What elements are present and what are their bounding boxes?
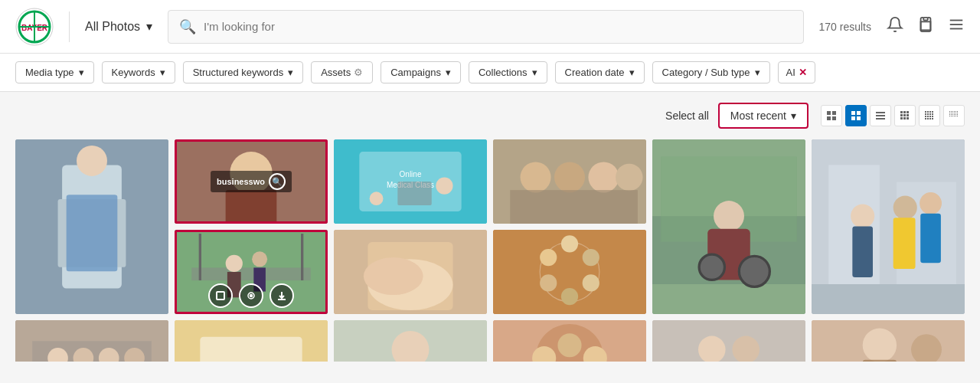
- photo-cell-meeting[interactable]: [15, 320, 168, 362]
- filter-collections[interactable]: Collections ▾: [469, 61, 547, 83]
- svg-rect-5: [923, 18, 928, 21]
- svg-rect-14: [851, 111, 855, 115]
- svg-rect-109: [191, 267, 311, 280]
- photo-cell-people-circle[interactable]: [493, 320, 646, 362]
- svg-rect-32: [929, 111, 931, 113]
- svg-rect-107: [920, 214, 941, 263]
- svg-rect-65: [951, 116, 952, 116]
- svg-rect-48: [952, 111, 953, 112]
- svg-rect-105: [893, 218, 916, 269]
- svg-rect-6: [921, 21, 931, 30]
- svg-rect-39: [927, 116, 929, 117]
- photo-cell-city-walking[interactable]: [812, 139, 965, 314]
- search-circle: 🔍: [269, 173, 286, 190]
- select-all-label[interactable]: Select all: [665, 110, 709, 122]
- svg-rect-103: [852, 226, 873, 277]
- svg-rect-29: [906, 117, 909, 119]
- svg-rect-55: [954, 113, 955, 113]
- filter-assets[interactable]: Assets ⚙: [311, 61, 373, 83]
- search-input[interactable]: [204, 20, 792, 33]
- chevron-down-icon: ▾: [288, 67, 293, 78]
- svg-rect-138: [200, 337, 302, 362]
- filter-keywords[interactable]: Keywords ▾: [102, 61, 175, 83]
- svg-point-86: [521, 162, 551, 192]
- svg-rect-15: [857, 111, 861, 115]
- filter-bar: Media type ▾ Keywords ▾ Structured keywo…: [0, 54, 980, 92]
- gear-icon: ⚙: [354, 67, 363, 78]
- svg-point-146: [557, 333, 581, 357]
- svg-rect-52: [949, 113, 950, 113]
- search-bar: 🔍: [168, 10, 803, 44]
- photo-cell-circle-team[interactable]: [493, 230, 646, 314]
- content-toolbar: Select all Most recent ▾: [15, 103, 965, 129]
- filter-creation-date-label: Creation date: [565, 67, 625, 78]
- svg-rect-46: [949, 111, 950, 112]
- sort-dropdown[interactable]: Most recent ▾: [718, 103, 808, 129]
- filter-structured-keywords-label: Structured keywords: [193, 67, 284, 78]
- svg-point-128: [561, 288, 578, 305]
- notifications-button[interactable]: [887, 16, 903, 37]
- svg-rect-18: [876, 112, 885, 113]
- clipboard-button[interactable]: [917, 16, 934, 37]
- svg-rect-19: [876, 115, 885, 116]
- svg-point-104: [893, 195, 917, 219]
- svg-rect-62: [956, 114, 956, 115]
- svg-rect-53: [951, 113, 952, 113]
- photo-cell-businesswoman-selected-top[interactable]: businesswo 🔍: [175, 139, 328, 224]
- action-download-btn[interactable]: [270, 283, 294, 308]
- view-list[interactable]: [870, 105, 891, 126]
- photo-cell-online-medical[interactable]: Online Medical Class: [334, 139, 487, 224]
- menu-button[interactable]: [948, 16, 965, 37]
- chevron-down-icon: ▾: [146, 19, 152, 34]
- action-preview-btn[interactable]: [239, 283, 263, 308]
- view-grid-small-2[interactable]: [919, 105, 940, 126]
- view-grid-small-1[interactable]: [894, 105, 916, 126]
- svg-rect-41: [932, 116, 933, 117]
- view-grid-small-3[interactable]: [943, 105, 965, 126]
- photo-cell-doctor[interactable]: [334, 320, 487, 362]
- action-overlay: [208, 283, 294, 308]
- photo-cell-woman-smiling[interactable]: [812, 320, 965, 362]
- search-label-overlay: businesswo 🔍: [211, 171, 292, 192]
- svg-rect-40: [929, 116, 931, 117]
- all-photos-dropdown[interactable]: All Photos ▾: [85, 19, 152, 34]
- svg-rect-61: [954, 114, 955, 115]
- svg-rect-25: [903, 114, 906, 116]
- photo-cell-family-bridge[interactable]: [175, 230, 328, 314]
- action-select-btn[interactable]: [208, 283, 233, 308]
- photo-cell-businesscard[interactable]: Business Card: [175, 320, 328, 362]
- svg-rect-44: [929, 118, 931, 119]
- svg-rect-38: [925, 116, 926, 117]
- svg-rect-47: [951, 111, 952, 112]
- photo-cell-medical-hands[interactable]: [334, 230, 487, 314]
- filter-assets-label: Assets: [321, 67, 351, 78]
- view-grid-medium[interactable]: [845, 105, 867, 126]
- filter-media-type[interactable]: Media type ▾: [15, 61, 94, 83]
- svg-point-106: [920, 192, 942, 214]
- svg-rect-66: [952, 116, 953, 116]
- svg-rect-54: [952, 113, 953, 113]
- svg-rect-31: [927, 111, 929, 113]
- filter-creation-date[interactable]: Creation date ▾: [555, 61, 645, 83]
- filter-category[interactable]: Category / Sub type ▾: [652, 61, 770, 83]
- svg-rect-59: [951, 114, 952, 115]
- all-photos-label: All Photos: [85, 20, 140, 34]
- photo-cell-casual-office[interactable]: [652, 320, 805, 362]
- filter-ai[interactable]: AI ✕: [778, 61, 815, 83]
- svg-rect-22: [903, 111, 906, 113]
- photo-cell-lab-worker[interactable]: [15, 139, 168, 314]
- chevron-down-icon: ▾: [629, 67, 635, 78]
- photo-cell-sport-wheelchair[interactable]: [652, 139, 805, 314]
- filter-campaigns[interactable]: Campaigns ▾: [381, 61, 461, 83]
- svg-rect-42: [925, 118, 926, 119]
- svg-rect-90: [510, 190, 638, 224]
- svg-rect-74: [67, 195, 118, 271]
- svg-rect-21: [900, 111, 903, 113]
- filter-campaigns-label: Campaigns: [390, 67, 441, 78]
- view-grid-large[interactable]: [821, 105, 842, 126]
- photo-cell-group-people[interactable]: [493, 139, 646, 224]
- svg-rect-56: [956, 113, 956, 113]
- filter-structured-keywords[interactable]: Structured keywords ▾: [183, 61, 304, 83]
- svg-text:Business Card: Business Card: [229, 361, 273, 362]
- svg-rect-63: [957, 114, 958, 115]
